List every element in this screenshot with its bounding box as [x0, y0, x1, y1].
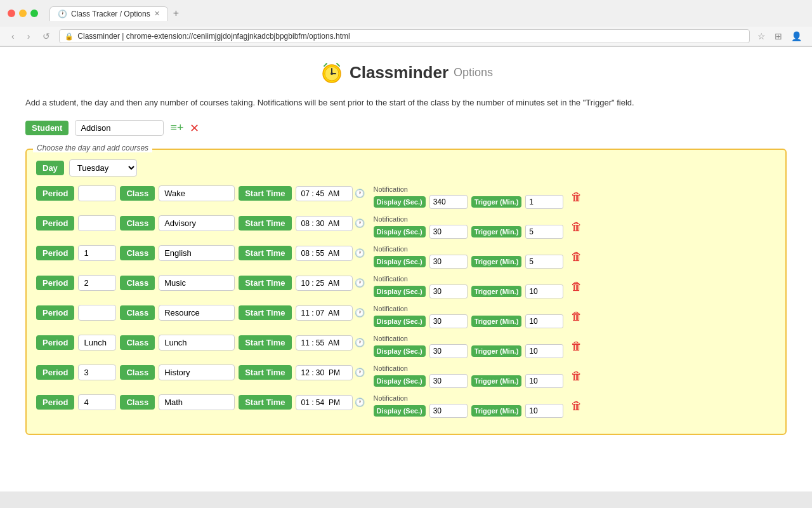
maximize-button[interactable] — [30, 10, 38, 17]
trigger-min-input[interactable] — [525, 314, 563, 328]
display-sec-input[interactable] — [429, 374, 468, 388]
notification-block: Notification Display (Sec.) Trigger (Min… — [374, 364, 564, 388]
notification-fields: Display (Sec.) Trigger (Min.) — [374, 284, 564, 298]
class-input[interactable] — [159, 185, 235, 201]
notification-block: Notification Display (Sec.) Trigger (Min… — [374, 245, 564, 269]
clock-button[interactable]: 🕐 — [355, 278, 365, 288]
start-time-input[interactable] — [296, 276, 353, 291]
clock-button[interactable]: 🕐 — [355, 189, 365, 198]
notification-title: Notification — [374, 335, 564, 342]
class-input[interactable] — [159, 394, 235, 410]
period-input[interactable] — [78, 364, 116, 380]
clock-button[interactable]: 🕐 — [355, 338, 365, 347]
start-time-input[interactable] — [296, 246, 353, 261]
class-input[interactable] — [159, 335, 235, 351]
display-sec-input[interactable] — [429, 344, 468, 358]
refresh-button[interactable]: ↺ — [39, 30, 54, 43]
forward-button[interactable]: › — [23, 30, 34, 43]
display-sec-input[interactable] — [429, 404, 468, 418]
class-input[interactable] — [159, 245, 235, 261]
trigger-min-input[interactable] — [525, 255, 563, 269]
trigger-min-input[interactable] — [525, 374, 563, 388]
back-button[interactable]: ‹ — [8, 30, 18, 43]
delete-course-button[interactable]: 🗑 — [568, 250, 585, 264]
clock-button[interactable]: 🕐 — [355, 368, 365, 377]
minimize-button[interactable] — [19, 10, 27, 17]
app-name: Classminder — [350, 63, 449, 83]
class-input[interactable] — [159, 305, 235, 321]
student-input[interactable] — [75, 120, 164, 136]
clock-button[interactable]: 🕐 — [355, 248, 365, 258]
display-sec-input[interactable] — [429, 314, 468, 328]
extensions-button[interactable]: ⊞ — [772, 30, 785, 43]
delete-course-button[interactable]: 🗑 — [568, 310, 585, 323]
start-time-label: Start Time — [239, 246, 291, 260]
clock-button[interactable]: 🕐 — [355, 218, 365, 228]
trigger-min-input[interactable] — [525, 225, 563, 239]
course-left: Period Class Start Time 🕐 — [36, 305, 365, 321]
notification-title: Notification — [374, 305, 564, 312]
trigger-min-label: Trigger (Min.) — [471, 316, 522, 327]
trigger-min-input[interactable] — [525, 195, 563, 209]
close-button[interactable] — [8, 10, 15, 17]
class-input[interactable] — [159, 215, 235, 231]
delete-course-button[interactable]: 🗑 — [568, 280, 585, 293]
delete-course-button[interactable]: 🗑 — [568, 340, 585, 353]
profile-button[interactable]: 👤 — [789, 30, 804, 43]
notification-fields: Display (Sec.) Trigger (Min.) — [374, 374, 564, 388]
trigger-min-label: Trigger (Min.) — [471, 226, 522, 237]
start-time-input[interactable] — [296, 305, 353, 321]
tab-close-button[interactable]: ✕ — [154, 10, 160, 18]
delete-student-button[interactable]: ✕ — [190, 121, 199, 135]
trigger-min-label: Trigger (Min.) — [471, 345, 522, 357]
period-input[interactable] — [78, 275, 116, 291]
period-input[interactable] — [78, 215, 116, 231]
class-input[interactable] — [159, 275, 235, 291]
delete-course-button[interactable]: 🗑 — [568, 220, 585, 234]
clock-button[interactable]: 🕐 — [355, 308, 365, 318]
period-label: Period — [36, 246, 74, 260]
new-tab-button[interactable]: + — [168, 5, 184, 22]
student-label: Student — [25, 121, 69, 135]
start-time-input[interactable] — [296, 186, 353, 201]
period-input[interactable] — [78, 394, 116, 410]
delete-course-button[interactable]: 🗑 — [568, 399, 585, 413]
bookmark-button[interactable]: ☆ — [755, 30, 768, 43]
class-label: Class — [120, 216, 155, 231]
page-content: Classminder Options Add a student, the d… — [0, 47, 812, 491]
class-input[interactable] — [159, 364, 235, 380]
class-label: Class — [120, 276, 155, 290]
course-row: Period Class Start Time 🕐 Notification D… — [36, 245, 776, 269]
course-left: Period Class Start Time 🕐 — [36, 364, 365, 380]
trigger-min-label: Trigger (Min.) — [471, 196, 522, 208]
svg-line-5 — [337, 64, 339, 66]
course-row: Period Class Start Time 🕐 Notification D… — [36, 185, 776, 209]
display-sec-input[interactable] — [429, 284, 468, 298]
start-time-input[interactable] — [296, 216, 353, 231]
display-sec-input[interactable] — [429, 195, 468, 209]
add-student-button[interactable]: ≡+ — [170, 121, 183, 135]
address-bar[interactable]: 🔒 Classminder | chrome-extension://cenii… — [59, 29, 750, 43]
nav-bar: ‹ › ↺ 🔒 Classminder | chrome-extension:/… — [0, 27, 812, 46]
start-time-label: Start Time — [239, 276, 291, 290]
delete-course-button[interactable]: 🗑 — [568, 370, 585, 383]
period-input[interactable] — [78, 185, 116, 201]
delete-course-button[interactable]: 🗑 — [568, 190, 585, 204]
trigger-min-input[interactable] — [525, 284, 563, 298]
active-tab[interactable]: 🕐 Class Tracker / Options ✕ — [49, 6, 168, 21]
start-time-input[interactable] — [296, 395, 353, 410]
period-label: Period — [36, 305, 74, 320]
display-sec-input[interactable] — [429, 225, 468, 239]
trigger-min-input[interactable] — [525, 404, 563, 418]
day-select[interactable]: Monday Tuesday Wednesday Thursday Friday — [69, 159, 137, 177]
period-input[interactable] — [78, 335, 116, 351]
start-time-input[interactable] — [296, 335, 353, 351]
trigger-min-input[interactable] — [525, 344, 563, 358]
display-sec-input[interactable] — [429, 255, 468, 269]
clock-button[interactable]: 🕐 — [355, 398, 365, 407]
period-label: Period — [36, 186, 74, 201]
period-input[interactable] — [78, 305, 116, 321]
period-input[interactable] — [78, 245, 116, 261]
start-time-input[interactable] — [296, 365, 353, 380]
notification-fields: Display (Sec.) Trigger (Min.) — [374, 225, 564, 239]
